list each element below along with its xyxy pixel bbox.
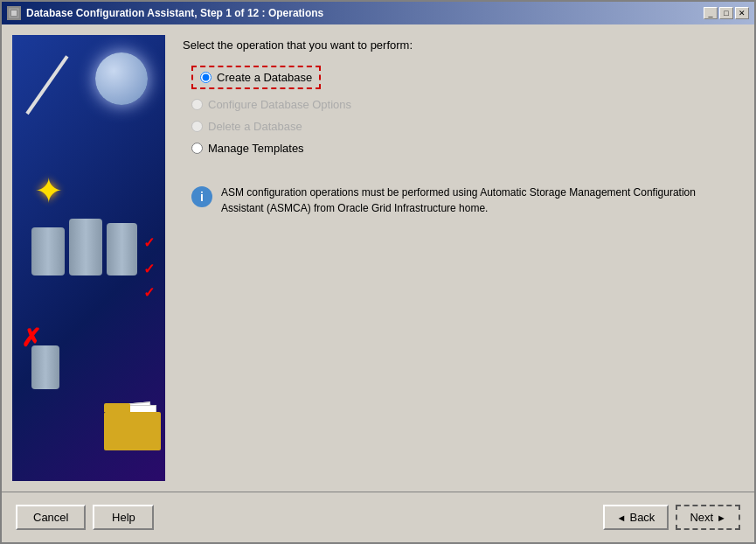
- info-box: i ASM configuration operations must be p…: [183, 176, 737, 225]
- bottom-bar-left: Cancel Help: [16, 505, 154, 530]
- wand-decoration: [25, 55, 68, 115]
- radio-option-create-database[interactable]: Create a Database: [191, 66, 737, 89]
- radio-configure-database[interactable]: [191, 99, 203, 110]
- help-button[interactable]: Help: [93, 505, 154, 530]
- radio-group: Create a Database Configure Database Opt…: [191, 66, 737, 155]
- radio-option-manage-templates[interactable]: Manage Templates: [191, 142, 737, 155]
- left-panel-bg: ✦ ✓ ✓ ✓ ✗: [12, 35, 165, 481]
- radio-label-manage-templates[interactable]: Manage Templates: [208, 142, 304, 155]
- folder-decoration: [104, 407, 161, 450]
- next-label: Next: [690, 511, 713, 524]
- barrel-small-decoration: [31, 345, 59, 389]
- radio-delete-database[interactable]: [191, 121, 203, 132]
- radio-label-configure: Configure Database Options: [208, 98, 351, 111]
- cancel-button[interactable]: Cancel: [16, 505, 86, 530]
- radio-label-delete: Delete a Database: [208, 120, 302, 133]
- radio-label-create-database[interactable]: Create a Database: [217, 71, 312, 84]
- selected-option-box: Create a Database: [191, 66, 321, 89]
- next-arrow-icon: ►: [717, 513, 726, 523]
- main-window: Database Configuration Assistant, Step 1…: [0, 0, 756, 544]
- right-panel: Select the operation that you want to pe…: [165, 24, 754, 492]
- barrel-decoration: [107, 223, 137, 275]
- close-button[interactable]: ✕: [735, 7, 749, 19]
- info-text: ASM configuration operations must be per…: [221, 185, 728, 216]
- title-bar-buttons: _ □ ✕: [704, 7, 749, 19]
- checkmark-decoration: ✓: [143, 284, 155, 301]
- title-bar-left: Database Configuration Assistant, Step 1…: [7, 6, 323, 20]
- checkmark-decoration: ✓: [143, 234, 155, 251]
- moon-decoration: [95, 52, 148, 105]
- bottom-bar-right: ◄ Back Next ►: [603, 505, 740, 530]
- svg-rect-1: [11, 10, 17, 16]
- barrel-decoration: [31, 227, 65, 275]
- content-area: ✦ ✓ ✓ ✓ ✗: [2, 24, 754, 492]
- maximize-button[interactable]: □: [719, 7, 733, 19]
- title-bar: Database Configuration Assistant, Step 1…: [2, 2, 754, 24]
- window-title: Database Configuration Assistant, Step 1…: [26, 7, 323, 19]
- next-button[interactable]: Next ►: [676, 505, 740, 530]
- back-button[interactable]: ◄ Back: [603, 505, 669, 530]
- folder-body: [104, 412, 161, 450]
- star-decoration: ✦: [34, 171, 64, 211]
- info-icon: i: [191, 186, 212, 207]
- checkmark-decoration: ✓: [143, 261, 155, 277]
- radio-option-delete[interactable]: Delete a Database: [191, 120, 737, 133]
- back-label: Back: [629, 511, 655, 524]
- barrel-decoration: [69, 219, 102, 275]
- radio-create-database[interactable]: [200, 72, 212, 83]
- minimize-button[interactable]: _: [704, 7, 718, 19]
- app-icon: [7, 6, 21, 20]
- bottom-bar: Cancel Help ◄ Back Next ►: [2, 492, 754, 542]
- left-panel: ✦ ✓ ✓ ✓ ✗: [12, 35, 165, 481]
- radio-option-configure[interactable]: Configure Database Options: [191, 98, 737, 111]
- radio-manage-templates[interactable]: [191, 143, 203, 154]
- back-arrow-icon: ◄: [617, 513, 627, 523]
- folder-tab: [104, 403, 130, 412]
- instruction-text: Select the operation that you want to pe…: [183, 38, 737, 52]
